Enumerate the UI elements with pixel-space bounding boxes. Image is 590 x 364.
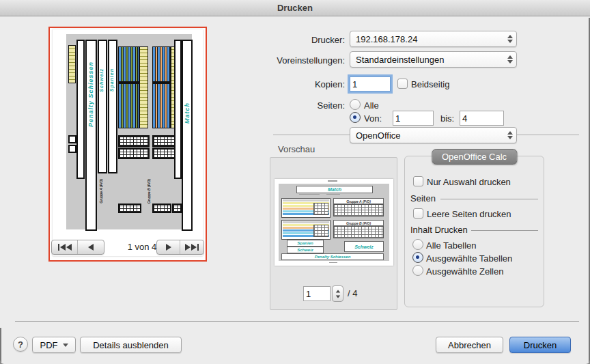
table-bar: Schweiz <box>98 40 107 173</box>
cancel-label: Abbrechen <box>448 340 491 350</box>
hide-details-label: Details ausblenden <box>93 340 169 350</box>
prev-page-button[interactable] <box>77 240 103 254</box>
prev-page-icon <box>88 244 94 251</box>
print-button[interactable]: Drucken <box>509 337 571 353</box>
only-selection-label: Nur Auswahl drucken <box>427 177 511 187</box>
app-options-select-value: OpenOffice <box>350 130 504 141</box>
cancel-button[interactable]: Abbrechen <box>436 337 503 353</box>
presets-label: Voreinstellungen: <box>171 55 345 66</box>
pages-to-label: bis: <box>440 113 454 124</box>
printer-label: Drucker: <box>171 35 345 45</box>
mini-grid <box>118 148 150 159</box>
last-page-button[interactable] <box>180 240 203 254</box>
group-a-table <box>281 198 331 218</box>
mini-grid <box>118 204 141 213</box>
table-bar: Penalty Schiessen <box>85 40 97 231</box>
title-bar: Drucken <box>0 0 590 16</box>
selected-cells-radio[interactable] <box>412 265 423 276</box>
pdf-menu-button[interactable]: PDF <box>32 337 76 353</box>
dropdown-arrow-icon <box>63 344 68 347</box>
empty-pages-label: Leere Seiten drucken <box>427 209 511 219</box>
presets-select[interactable]: Standardeinstellungen <box>350 51 517 68</box>
page-nav-back-group <box>51 240 104 255</box>
last-page-icon <box>197 244 199 251</box>
vorschau-page: Match Gruppe A (P/O) <box>275 179 393 266</box>
help-button[interactable]: ? <box>13 337 28 352</box>
pages-section-label: Seiten <box>410 193 436 204</box>
pages-from-input[interactable] <box>393 111 434 126</box>
table-bar <box>76 40 85 179</box>
next-page-icon <box>166 244 171 251</box>
print-label: Drucken <box>524 340 557 350</box>
pages-to-input[interactable] <box>460 111 504 126</box>
print-dialog: Drucken Penalty Schiessen Schweiz Spanie… <box>0 0 590 364</box>
first-page-icon <box>66 244 72 251</box>
spanien-label-rotated: Spanien <box>109 68 114 92</box>
copies-input[interactable] <box>350 76 391 92</box>
schweiz-label: Schweiz <box>297 248 313 252</box>
small-cell <box>68 145 76 153</box>
dialog-title: Drucken <box>277 3 313 13</box>
selected-cells-label: Ausgewählte Zellen <box>426 266 503 277</box>
only-selection-checkbox[interactable] <box>413 176 423 186</box>
app-options-select[interactable]: OpenOffice <box>350 127 517 143</box>
vorschau-page-input[interactable] <box>303 286 331 301</box>
all-tables-label: Alle Tabellen <box>426 240 476 251</box>
next-page-button[interactable] <box>157 240 180 254</box>
match-title-band: Match <box>296 186 373 193</box>
vorschau-page-stepper[interactable] <box>332 285 343 302</box>
first-page-button[interactable] <box>52 240 77 254</box>
selected-tables-radio[interactable] <box>412 252 423 263</box>
table-bar: Spanien <box>108 40 117 173</box>
group-a-rotated: Gruppe A (P/O) <box>99 179 103 204</box>
duplex-checkbox[interactable] <box>397 79 408 89</box>
vorschau-label: Vorschau <box>278 144 315 154</box>
tiny-footer-text <box>329 262 337 263</box>
yellow-column <box>139 46 148 128</box>
vorschau-page-content: Match Gruppe A (P/O) <box>279 184 389 261</box>
stepper-up-icon <box>335 290 339 292</box>
popup-stepper-icon <box>504 35 516 43</box>
tiny-header-text <box>328 180 337 182</box>
schweiz-box-label: Schweiz <box>354 244 374 249</box>
window-edge-left <box>0 328 1 364</box>
last-page-icon <box>185 244 191 251</box>
mini-grid <box>118 135 150 147</box>
pages-all-radio[interactable] <box>350 99 361 110</box>
tiny-text <box>326 194 340 195</box>
schweiz-band: Schweiz <box>287 247 324 253</box>
schweiz-label-rotated: Schweiz <box>99 68 104 92</box>
printer-select[interactable]: 192.168.178.24 <box>350 31 517 47</box>
group-a-band: Gruppe A (P/O) <box>333 198 384 204</box>
first-page-icon <box>58 244 59 251</box>
pages-all-label: Alle <box>364 100 379 111</box>
group-a-grid <box>333 204 384 216</box>
group-a-title: Gruppe A (P/O) <box>346 199 371 204</box>
penalty-title-rotated: Penalty Schiessen <box>87 61 94 127</box>
calc-panel-title: OpenOffice Calc <box>432 149 517 165</box>
match-title: Match <box>328 187 341 192</box>
hide-details-button[interactable]: Details ausblenden <box>80 337 182 353</box>
printer-select-value: 192.168.178.24 <box>350 34 504 44</box>
first-page-icon <box>60 244 66 251</box>
popup-stepper-icon <box>504 55 516 64</box>
group-b-grid <box>333 226 384 238</box>
help-icon: ? <box>18 339 23 350</box>
pages-label: Seiten: <box>171 100 345 111</box>
group-b-table <box>281 220 331 240</box>
empty-pages-checkbox[interactable] <box>413 208 423 219</box>
pages-section-line <box>440 199 538 199</box>
last-page-icon <box>191 244 197 251</box>
calc-panel-title-text: OpenOffice Calc <box>442 152 507 162</box>
schweiz-box: Schweiz <box>344 241 384 252</box>
presets-select-value: Standardeinstellungen <box>350 55 504 65</box>
calc-options-panel: OpenOffice Calc Nur Auswahl drucken Seit… <box>404 156 544 307</box>
all-tables-radio[interactable] <box>412 239 423 250</box>
small-cell <box>68 135 76 143</box>
copies-label: Kopien: <box>171 79 345 89</box>
vorschau-box: Match Gruppe A (P/O) <box>270 157 397 310</box>
group-b-title: Gruppe B (P/O) <box>346 221 371 225</box>
pdf-menu-label: PDF <box>40 340 58 350</box>
pages-range-radio[interactable] <box>350 112 361 123</box>
pages-from-label: Von: <box>364 113 382 124</box>
